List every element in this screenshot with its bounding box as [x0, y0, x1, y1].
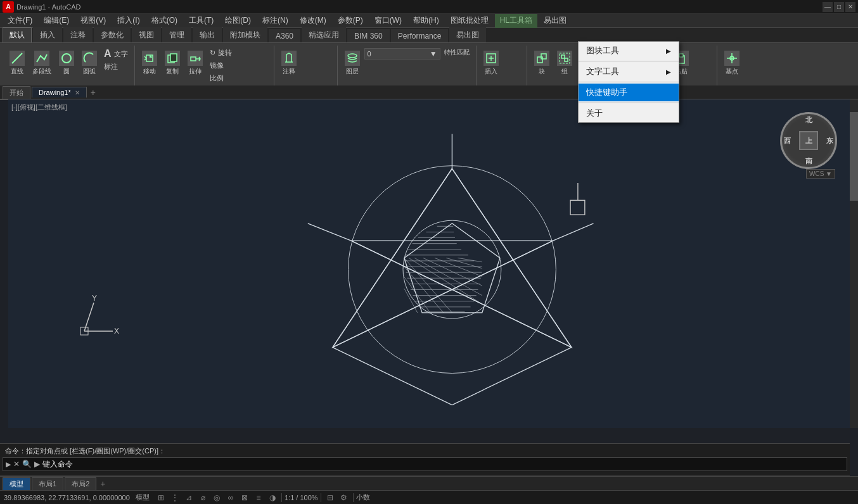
menu-format[interactable]: 格式(O)	[146, 14, 182, 28]
tab-layout2[interactable]: 布局2	[65, 477, 96, 490]
tab-drawing1[interactable]: Drawing1* ✕	[32, 87, 87, 98]
close-button[interactable]: ✕	[845, 2, 855, 12]
ctx-about[interactable]: 关于	[579, 104, 679, 122]
polar-icon[interactable]: ⌀	[196, 492, 209, 503]
snap-icon[interactable]: ⋮	[169, 492, 181, 503]
tab-model[interactable]: 模型	[3, 477, 30, 490]
scrollbar-thumb[interactable]	[850, 112, 858, 201]
cmd-search-btn[interactable]: 🔍	[22, 460, 32, 469]
menu-tools[interactable]: 工具(T)	[184, 14, 219, 28]
command-line[interactable]: ▶ ✕ 🔍 ▶ 键入命令	[3, 457, 847, 471]
base-button[interactable]: 基点	[721, 47, 743, 80]
workspace-icon[interactable]: ⊟	[324, 492, 336, 503]
osnap-icon[interactable]: ◎	[210, 492, 223, 503]
menu-help[interactable]: 帮助(H)	[408, 14, 444, 28]
rotate-button[interactable]: ↻ 旋转	[207, 47, 234, 58]
line-tool-button[interactable]: 直线	[6, 47, 28, 80]
polyline-tool-button[interactable]: 多段线	[29, 47, 54, 80]
svg-rect-12	[541, 54, 546, 59]
group-label: 组	[561, 67, 568, 76]
scale-button[interactable]: 比例	[207, 72, 234, 84]
tab-default[interactable]: 默认	[3, 27, 32, 42]
arc-tool-button[interactable]: 圆弧	[79, 47, 100, 80]
tab-performance[interactable]: Performance	[391, 29, 449, 42]
group-button[interactable]: 组	[554, 47, 575, 80]
tab-view[interactable]: 视图	[132, 27, 161, 42]
copy-label: 复制	[166, 67, 179, 76]
stretch-button[interactable]: 拉伸	[184, 47, 206, 80]
annotation-button[interactable]: 注释	[278, 47, 300, 80]
menu-view[interactable]: 视图(V)	[75, 14, 111, 28]
menu-dimension[interactable]: 标注(N)	[257, 14, 293, 28]
ctx-block-tools[interactable]: 图块工具 ▶	[579, 42, 679, 60]
menu-file[interactable]: 文件(F)	[3, 14, 37, 28]
layer-match-button[interactable]: 特性匹配	[442, 47, 472, 58]
compass-wcs[interactable]: WCS ▼	[806, 169, 835, 179]
menu-modify[interactable]: 修改(M)	[295, 14, 331, 28]
layer-properties-button[interactable]: 图层	[342, 47, 363, 80]
menu-parameters[interactable]: 参数(P)	[333, 14, 368, 28]
menu-print[interactable]: 图纸批处理	[445, 14, 494, 28]
blocks-button[interactable]: 块	[531, 47, 553, 80]
rotate-icon: ↻	[210, 49, 215, 57]
copy-button[interactable]: 复制	[162, 47, 183, 80]
hardware-icon[interactable]: ⚙	[338, 492, 350, 503]
tab-output[interactable]: 输出	[193, 27, 222, 42]
cmd-x-btn[interactable]: ✕	[13, 460, 20, 469]
menu-yct[interactable]: 易出图	[539, 14, 572, 28]
minimize-button[interactable]: —	[823, 2, 833, 12]
dynin-icon[interactable]: ⊠	[238, 492, 251, 503]
tab-insert[interactable]: 插入	[33, 27, 62, 42]
compass-ring[interactable]: 上 北 南 东 西 WCS ▼	[780, 112, 837, 169]
arc-label: 圆弧	[83, 67, 96, 76]
transparency-icon[interactable]: ◑	[266, 492, 279, 503]
command-input[interactable]: 键入命令	[42, 459, 844, 470]
tab-close-button[interactable]: ✕	[75, 89, 80, 96]
tab-parametric[interactable]: 参数化	[94, 27, 131, 42]
drawing-area[interactable]: [-][俯视][二维线框]	[8, 99, 850, 428]
menu-edit[interactable]: 编辑(E)	[39, 14, 74, 28]
menu-bar: 文件(F) 编辑(E) 视图(V) 插入(I) 格式(O) 工具(T) 绘图(D…	[0, 14, 858, 28]
insert-button[interactable]: 插入	[480, 47, 502, 80]
tab-addons[interactable]: 附加模块	[223, 27, 267, 42]
ctx-text-tools-label: 文字工具	[586, 66, 619, 77]
tab-bim360[interactable]: BIM 360	[347, 29, 390, 42]
svg-rect-5	[191, 57, 196, 61]
circle-tool-button[interactable]: 圆	[56, 47, 77, 80]
tab-yct[interactable]: 易出图	[449, 27, 486, 42]
menu-draw[interactable]: 绘图(D)	[220, 14, 256, 28]
layer-dropdown[interactable]: 0 ▼	[364, 48, 440, 60]
tab-a360[interactable]: A360	[269, 29, 300, 42]
menu-insert[interactable]: 插入(I)	[112, 14, 144, 28]
cmd-expand-btn[interactable]: ▶	[34, 460, 40, 469]
mark-tool-button[interactable]: 标注	[101, 61, 131, 72]
layout-tab-add-button[interactable]: +	[98, 479, 108, 489]
ctx-text-tools[interactable]: 文字工具 ▶	[579, 63, 679, 80]
command-prefix: ▶	[6, 460, 11, 469]
menu-window[interactable]: 窗口(W)	[369, 14, 407, 28]
tab-manage[interactable]: 管理	[162, 27, 191, 42]
mirror-button[interactable]: 镜像	[207, 60, 234, 71]
tab-layout1[interactable]: 布局1	[32, 477, 63, 490]
text-tool-button[interactable]: A 文字	[101, 48, 131, 60]
svg-line-65	[351, 241, 572, 347]
title-bar-left: A Drawing1 - AutoCAD	[3, 1, 81, 13]
scale-label: 比例	[210, 73, 224, 83]
otrack-icon[interactable]: ∞	[224, 492, 237, 503]
svg-rect-24	[679, 54, 683, 57]
ctx-shortcut-helper[interactable]: 快捷键助手	[579, 84, 679, 101]
svg-point-7	[348, 54, 357, 58]
maximize-button[interactable]: □	[834, 2, 844, 12]
tab-add-button[interactable]: +	[88, 87, 98, 98]
grid-icon[interactable]: ⊞	[155, 492, 167, 503]
tab-featured[interactable]: 精选应用	[302, 27, 346, 42]
move-button[interactable]: 移动	[139, 47, 160, 80]
lineweight-icon[interactable]: ≡	[252, 492, 265, 503]
ortho-icon[interactable]: ⊿	[182, 492, 195, 503]
modify-tools: 移动 复制 拉伸	[139, 46, 234, 87]
tab-annotation[interactable]: 注释	[63, 27, 93, 42]
menu-hl[interactable]: HL工具箱	[495, 14, 537, 28]
tab-start[interactable]: 开始	[3, 86, 30, 99]
command-text: 命令：指定对角点或 [栏选(F)/圈围(WP)/圈交(CP)]：	[5, 446, 845, 456]
right-scrollbar[interactable]	[850, 99, 858, 428]
